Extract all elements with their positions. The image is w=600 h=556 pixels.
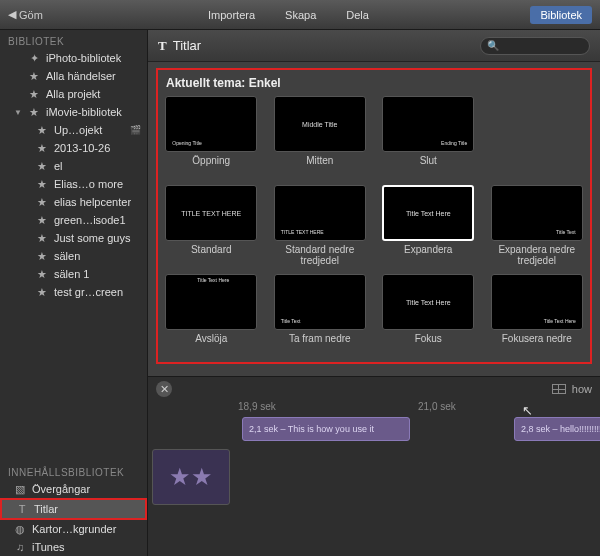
tile-thumbnail: Middle Title: [274, 96, 366, 152]
star-icon: ★: [36, 268, 48, 280]
tile-label: Slut: [420, 155, 437, 177]
title-clip[interactable]: 2,8 sek – hello!!!!!!!!!!!!!!: [514, 417, 600, 441]
tile-label: Standard: [191, 244, 232, 266]
T-icon: T: [16, 503, 28, 515]
search-icon: 🔍: [487, 40, 499, 51]
title-tile[interactable]: TITLE TEXT HEREStandard nedre tredjedel: [273, 185, 368, 266]
tile-thumbnail: Title Text Here: [382, 274, 474, 330]
create-button[interactable]: Skapa: [285, 9, 316, 21]
title-tile[interactable]: Title Text HereFokus: [381, 274, 476, 355]
sidebar-item[interactable]: ★sälen: [0, 247, 147, 265]
star-icon: ★: [28, 70, 40, 82]
sidebar: BIBLIOTEK ✦iPhoto-bibliotek★Alla händels…: [0, 30, 148, 556]
imovie-icon: ★: [28, 106, 40, 118]
tile-label: Fokus: [415, 333, 442, 355]
share-button[interactable]: Dela: [346, 9, 369, 21]
sidebar-item[interactable]: ★2013-10-26: [0, 139, 147, 157]
hide-button[interactable]: ◀ Göm: [8, 8, 148, 21]
star-icon: ★: [36, 232, 48, 244]
titles-grid-container: Aktuellt tema: Enkel Opening TitleÖppnin…: [156, 68, 592, 364]
theme-label: Aktuellt tema: Enkel: [166, 76, 584, 90]
sidebar-item[interactable]: ★sälen 1: [0, 265, 147, 283]
star-icon: ★: [36, 142, 48, 154]
title-tile[interactable]: Title Text HereAvslöja: [164, 274, 259, 355]
sidebar-item[interactable]: ★Up…ojekt 🎬: [0, 121, 147, 139]
star-icon: ★: [36, 124, 48, 136]
sidebar-item[interactable]: ★Alla händelser: [0, 67, 147, 85]
sidebar-item[interactable]: ★elias helpcenter: [0, 193, 147, 211]
panel-header: T Titlar 🔍: [148, 30, 600, 62]
tile-label: Öppning: [192, 155, 230, 177]
title-tile[interactable]: Title TextTa fram nedre: [273, 274, 368, 355]
close-icon[interactable]: ✕: [156, 381, 172, 397]
title-tile[interactable]: Opening TitleÖppning: [164, 96, 259, 177]
t-icon: T: [158, 38, 167, 54]
timeline: ✕ how 18,9 sek 21,0 sek 2,1 sek – This i…: [148, 376, 600, 556]
tile-label: Ta fram nedre: [289, 333, 351, 355]
note-icon: ♫: [14, 541, 26, 553]
tile-thumbnail: Title Text Here: [165, 274, 257, 330]
trans-icon: ▧: [14, 483, 26, 495]
sidebar-item-övergångar[interactable]: ▧Övergångar: [0, 480, 147, 498]
video-clip[interactable]: ★★: [152, 449, 230, 505]
grid-view-icon[interactable]: [552, 384, 566, 394]
tile-thumbnail: Opening Title: [165, 96, 257, 152]
sidebar-item[interactable]: ★Alla projekt: [0, 85, 147, 103]
sparkle-icon: ✦: [28, 52, 40, 64]
title-tile[interactable]: Ending TitleSlut: [381, 96, 476, 177]
tile-thumbnail: TITLE TEXT HERE: [274, 185, 366, 241]
tile-label: Expandera: [404, 244, 452, 266]
top-toolbar: ◀ Göm Importera Skapa Dela Bibliotek: [0, 0, 600, 30]
panel-title: Titlar: [173, 38, 201, 53]
sidebar-item-kartor…kgrunder[interactable]: ◍Kartor…kgrunder: [0, 520, 147, 538]
search-input[interactable]: 🔍: [480, 37, 590, 55]
sidebar-item[interactable]: ★Elias…o more: [0, 175, 147, 193]
star-icon: ★: [36, 160, 48, 172]
content-library-header: INNEHÅLLSBIBLIOTEK: [0, 461, 147, 480]
tile-thumbnail: TITLE TEXT HERE: [165, 185, 257, 241]
title-tile[interactable]: Title TextExpandera nedre tredjedel: [490, 185, 585, 266]
star-icon: ★: [28, 88, 40, 100]
star-icon: ★: [36, 178, 48, 190]
tile-label: Expandera nedre tredjedel: [490, 244, 585, 266]
star-icon: ★: [36, 196, 48, 208]
library-header: BIBLIOTEK: [0, 30, 147, 49]
title-tile[interactable]: Middle TitleMitten: [273, 96, 368, 177]
sidebar-item-itunes[interactable]: ♫iTunes: [0, 538, 147, 556]
star-icon: ★: [191, 463, 213, 491]
star-icon: ★: [36, 286, 48, 298]
tile-label: Fokusera nedre: [502, 333, 572, 355]
sidebar-item[interactable]: ★test gr…creen: [0, 283, 147, 301]
import-button[interactable]: Importera: [208, 9, 255, 21]
globe-icon: ◍: [14, 523, 26, 535]
tile-thumbnail: Title Text Here: [491, 274, 583, 330]
star-icon: ★: [169, 463, 191, 491]
title-tile[interactable]: TITLE TEXT HEREStandard: [164, 185, 259, 266]
tile-thumbnail: Title Text: [491, 185, 583, 241]
cursor-icon: ↖: [522, 403, 533, 418]
tile-label: Standard nedre tredjedel: [273, 244, 368, 266]
tile-thumbnail: Ending Title: [382, 96, 474, 152]
star-icon: ★: [36, 214, 48, 226]
title-tile[interactable]: Title Text HereFokusera nedre: [490, 274, 585, 355]
tile-label: Avslöja: [195, 333, 227, 355]
sidebar-item[interactable]: ▼★iMovie-bibliotek: [0, 103, 147, 121]
sidebar-item[interactable]: ★Just some guys: [0, 229, 147, 247]
sidebar-item[interactable]: ★el: [0, 157, 147, 175]
title-clip[interactable]: 2,1 sek – This is how you use it: [242, 417, 410, 441]
project-name: how: [572, 383, 592, 395]
star-icon: ★: [36, 250, 48, 262]
tile-label: Mitten: [306, 155, 333, 177]
sidebar-item[interactable]: ★green…isode1: [0, 211, 147, 229]
title-tile[interactable]: Title Text HereExpandera: [381, 185, 476, 266]
sidebar-item[interactable]: ✦iPhoto-bibliotek: [0, 49, 147, 67]
sidebar-item-titlar[interactable]: TTitlar: [0, 498, 147, 520]
tile-thumbnail: Title Text: [274, 274, 366, 330]
library-button[interactable]: Bibliotek: [530, 6, 592, 24]
tile-thumbnail: Title Text Here: [382, 185, 474, 241]
